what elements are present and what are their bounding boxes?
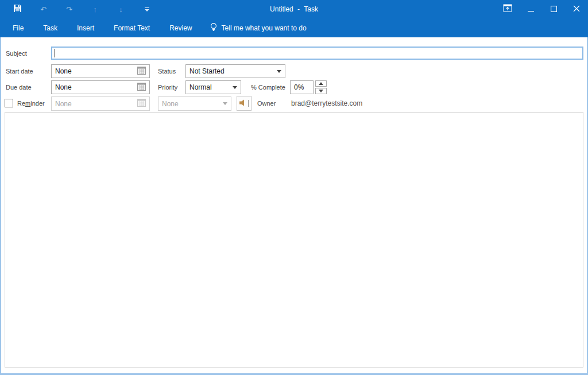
percent-complete-field[interactable]: 0% [290,80,314,94]
task-body-editor[interactable] [5,112,583,368]
maximize-icon [551,4,557,14]
due-date-field[interactable]: None [51,80,150,94]
tab-insert-label: Insert [77,24,94,32]
reminder-sound-button[interactable] [237,96,252,111]
priority-dropdown[interactable]: Normal [185,80,241,94]
window-controls [496,0,588,18]
undo-icon: ↶ [40,5,47,14]
reminder-checkbox[interactable] [5,99,13,107]
calendar-icon[interactable] [137,83,146,92]
redo-button[interactable]: ↷ [56,0,82,18]
owner-value: brad@terrytestsite.com [291,99,362,107]
ribbon-display-options-button[interactable] [496,0,519,18]
cursor-bar-icon [248,100,249,107]
tab-review-label: Review [169,24,192,32]
spin-down-button[interactable] [315,88,327,94]
lightbulb-icon [210,22,218,34]
chevron-down-icon [145,7,149,11]
percent-complete-label: % Complete [251,84,285,91]
tab-task-label: Task [43,24,57,32]
close-icon [573,4,580,14]
calendar-icon [137,99,146,109]
calendar-icon[interactable] [137,67,146,76]
reminder-time-dropdown: None [158,96,231,111]
arrow-up-icon [319,82,323,85]
chevron-down-icon [233,86,237,89]
next-item-button[interactable]: ↓ [108,0,134,18]
titlebar: ↶ ↷ ↑ ↓ Untitled - Task [0,0,588,18]
tab-file[interactable]: File [3,18,33,37]
tab-format-text[interactable]: Format Text [104,18,160,37]
tell-me-box[interactable]: Tell me what you want to do [210,22,307,34]
previous-item-button[interactable]: ↑ [82,0,108,18]
reminder-time-value: None [162,100,179,108]
reminder-date-value: None [55,100,72,108]
save-button[interactable] [5,0,30,18]
tab-insert[interactable]: Insert [67,18,104,37]
status-value: Not Started [189,67,225,75]
arrow-down-icon [319,90,323,92]
chevron-down-icon [223,102,227,105]
spin-up-button[interactable] [315,80,327,87]
tab-task[interactable]: Task [33,18,67,37]
tab-review[interactable]: Review [160,18,202,37]
status-label: Status [158,68,176,75]
percent-complete-spinner [315,80,327,94]
status-dropdown[interactable]: Not Started [185,64,285,78]
arrow-down-icon: ↓ [119,5,123,14]
priority-label: Priority [158,84,177,91]
tell-me-label: Tell me what you want to do [222,24,307,32]
speaker-icon [239,98,246,109]
due-date-value: None [55,83,72,91]
undo-button[interactable]: ↶ [30,0,56,18]
tab-format-text-label: Format Text [114,24,150,32]
subject-label: Subject [6,50,27,57]
window-title: Untitled - Task [270,5,318,13]
save-icon [13,4,22,14]
chevron-down-icon [277,70,281,73]
reminder-label: Reminder [17,100,45,107]
customize-quick-access-button[interactable] [134,0,160,18]
start-date-field[interactable]: None [51,64,150,78]
ribbon-display-options-icon [503,4,512,14]
close-button[interactable] [565,0,588,18]
task-window: ↶ ↷ ↑ ↓ Untitled - Task [0,0,588,375]
minimize-button[interactable] [519,0,542,18]
percent-complete-value: 0% [294,83,304,91]
redo-icon: ↷ [66,5,72,14]
arrow-up-icon: ↑ [93,5,97,14]
subject-input[interactable] [51,47,583,60]
text-caret [55,49,55,57]
ribbon-tab-row: File Task Insert Format Text Review Tell… [0,18,588,37]
tab-file-label: File [13,24,24,32]
quick-access-toolbar: ↶ ↷ ↑ ↓ [0,0,160,18]
due-date-label: Due date [6,84,32,91]
owner-label: Owner [257,100,276,107]
start-date-label: Start date [6,68,33,75]
maximize-button[interactable] [542,0,565,18]
reminder-date-field: None [51,96,150,111]
start-date-value: None [55,67,72,75]
minimize-icon [528,4,534,14]
priority-value: Normal [189,83,212,91]
